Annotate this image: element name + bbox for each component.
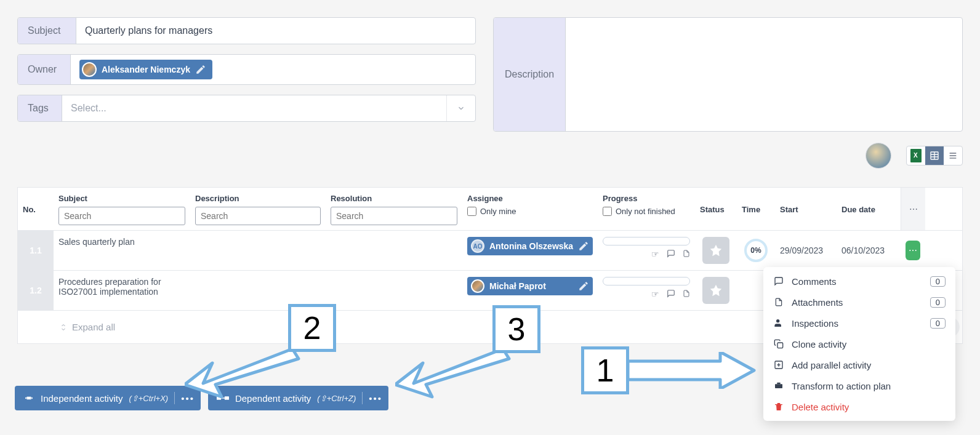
expand-all-button[interactable]: Expand all [54,311,865,343]
cell-resolution[interactable] [326,231,462,270]
menu-inspections[interactable]: Inspections 0 [763,313,955,333]
comment-icon[interactable] [667,249,675,260]
avatar-icon[interactable] [866,143,891,169]
cell-time[interactable]: 0% [737,231,775,270]
pointer-icon[interactable]: ☞ [651,249,659,260]
menu-add-parallel[interactable]: Add parallel activity [763,354,955,375]
assignee-chip[interactable]: AO Antonina Olszewska [467,237,593,255]
cell-assignee[interactable]: AO Antonina Olszewska [462,231,598,270]
only-not-finished-checkbox[interactable]: Only not finished [603,207,690,216]
svg-rect-8 [25,397,26,399]
annotation-callout-3: 3 [492,305,540,353]
description-field[interactable]: Description [493,17,963,132]
search-resolution-input[interactable] [331,207,457,225]
tags-placeholder[interactable]: Select... [62,95,446,121]
cell-resolution[interactable] [326,271,462,310]
search-description-input[interactable] [195,207,321,225]
th-no: No. [18,199,54,219]
comment-icon [773,276,784,287]
owner-value[interactable]: Aleksander Niemczyk [71,55,475,84]
document-icon [773,297,784,308]
cell-progress[interactable]: ☞ [598,271,695,310]
menu-delete[interactable]: Delete activity [763,396,955,417]
th-assignee: Assignee Only mine [462,188,598,230]
assignee-chip[interactable]: Michał Paprot [467,277,593,295]
menu-transform[interactable]: Transform to action plan [763,375,955,396]
owner-name: Aleksander Niemczyk [102,65,190,74]
cell-subject[interactable]: Sales quarterly plan [54,231,190,270]
expand-icon [60,322,67,332]
svg-marker-22 [628,352,754,389]
menu-clone[interactable]: Clone activity [763,333,955,354]
document-icon[interactable] [683,249,690,260]
avatar-icon [471,279,484,293]
only-mine-checkbox[interactable]: Only mine [467,207,593,216]
table-row: 1.1 Sales quarterly plan AO Antonina Ols… [18,231,962,271]
chevron-down-icon[interactable] [446,95,475,121]
search-subject-input[interactable] [58,207,185,225]
th-resolution: Resolution [326,188,462,230]
description-content[interactable] [566,18,962,131]
tags-label: Tags [18,95,62,121]
count-badge: 0 [930,276,946,287]
pencil-icon [195,64,206,75]
cell-status[interactable] [695,231,737,270]
svg-rect-18 [775,384,782,388]
progress-bar[interactable] [603,237,690,245]
cell-start[interactable]: 29/09/2023 [775,231,837,270]
grid-view-button[interactable] [925,146,944,165]
divider [362,392,363,404]
svg-point-13 [776,319,779,322]
cell-subject[interactable]: Procedures preparation for ISO27001 impl… [54,271,190,310]
menu-comments[interactable]: Comments 0 [763,271,955,292]
person-icon [773,317,784,329]
cell-due[interactable]: 06/10/2023 [837,231,901,270]
svg-rect-14 [777,343,783,348]
pointer-icon[interactable]: ☞ [651,289,659,300]
export-excel-button[interactable] [907,146,925,165]
subject-value[interactable]: Quarterly plans for managers [76,18,475,44]
row-actions-button[interactable]: ⋯ [906,241,920,260]
assignee-name: Michał Paprot [489,281,546,291]
excel-icon [910,149,922,162]
row-number: 1.1 [18,231,54,270]
th-time: Time [737,199,775,219]
menu-attachments[interactable]: Attachments 0 [763,292,955,313]
annotation-callout-1: 1 [581,346,629,394]
subject-field[interactable]: Subject Quarterly plans for managers [17,17,476,44]
th-progress: Progress Only not finished [598,188,695,230]
tags-field[interactable]: Tags Select... [17,95,476,122]
count-badge: 0 [930,297,946,308]
progress-bar[interactable] [603,277,690,285]
table-header-more-button[interactable]: ⋯ [901,188,925,230]
comment-icon[interactable] [667,289,675,300]
pencil-icon [578,281,589,292]
form-area: Subject Quarterly plans for managers Own… [0,0,980,132]
independent-shortcut: (⇧+Ctrl+X) [129,394,168,403]
trash-icon [773,401,784,412]
independent-activity-button[interactable]: Independent activity (⇧+Ctrl+X) ••• [15,386,201,410]
description-label: Description [494,18,566,131]
star-button[interactable] [702,237,729,264]
progress-icons: ☞ [603,249,690,260]
annotation-callout-2: 2 [288,304,336,352]
kebab-icon[interactable]: ••• [369,393,382,404]
avatar-icon [82,62,97,77]
owner-chip[interactable]: Aleksander Niemczyk [79,60,212,79]
cell-assignee[interactable]: Michał Paprot [462,271,598,310]
owner-field[interactable]: Owner Aleksander Niemczyk [17,54,476,85]
row-number: 1.2 [18,271,54,310]
star-button[interactable] [702,277,729,304]
table-header: No. Subject Description Resolution Assig… [18,188,962,231]
list-view-button[interactable] [944,146,962,165]
document-icon[interactable] [683,289,690,300]
cell-actions: ⋯ [901,231,925,270]
owner-label: Owner [18,55,71,84]
independent-label: Independent activity [41,393,122,404]
cell-description[interactable] [190,231,326,270]
cell-progress[interactable]: ☞ [598,231,695,270]
arrow-icon [628,352,757,389]
th-subject: Subject [54,188,190,230]
toolbar-right [866,143,963,169]
cell-status[interactable] [695,271,737,310]
